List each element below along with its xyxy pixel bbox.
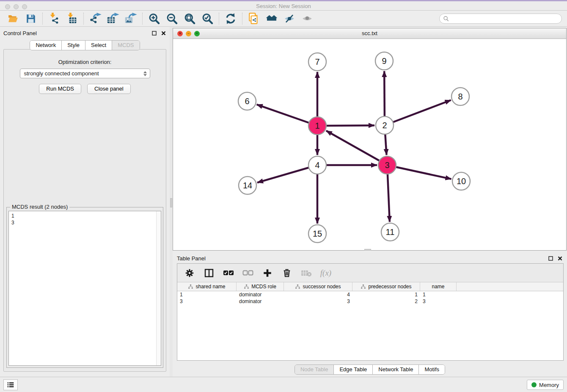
toolbar-separator <box>219 13 219 25</box>
import-table-icon[interactable] <box>66 12 78 25</box>
edge-3-1[interactable] <box>326 131 387 165</box>
graph-node-10[interactable]: 10 <box>452 172 470 190</box>
settings-gear-icon[interactable] <box>184 268 195 279</box>
copy-network-icon[interactable] <box>248 12 260 25</box>
clear-selection-icon[interactable] <box>242 268 253 279</box>
column-header-label: shared name <box>195 284 225 290</box>
zoom-fit-icon[interactable] <box>183 12 196 25</box>
select-all-icon[interactable] <box>223 268 234 279</box>
refresh-view-icon[interactable] <box>224 12 237 25</box>
table-tab-node-table[interactable]: Node Table <box>295 365 334 374</box>
run-mcds-button[interactable]: Run MCDS <box>39 84 81 94</box>
tab-select[interactable]: Select <box>85 41 112 50</box>
criterion-value: strongly connected component <box>24 70 99 77</box>
table-cell: dominator <box>237 291 284 298</box>
toolbar-separator <box>83 13 84 25</box>
graph-node-4[interactable]: 4 <box>308 156 326 174</box>
graph-node-1[interactable]: 1 <box>308 117 326 135</box>
status-bar: Memory <box>0 377 567 392</box>
app-titlebar: Session: New Session <box>0 0 567 11</box>
graph-node-8[interactable]: 8 <box>451 88 469 105</box>
splitter-handle[interactable] <box>170 198 172 207</box>
column-header-mcds-role[interactable]: MCDS role <box>237 282 284 291</box>
close-panel-icon[interactable] <box>160 30 166 36</box>
table-tab-edge-table[interactable]: Edge Table <box>334 365 373 374</box>
column-header-label: predecessor nodes <box>368 284 411 290</box>
task-history-button[interactable] <box>3 379 18 390</box>
tab-style[interactable]: Style <box>62 41 85 50</box>
hide-panels-icon[interactable] <box>283 12 296 25</box>
graph-node-7[interactable]: 7 <box>308 53 326 71</box>
import-network-icon[interactable] <box>48 12 61 25</box>
show-columns-icon[interactable] <box>204 268 215 279</box>
select-stepper-icon <box>142 70 148 77</box>
window-resize-handle[interactable] <box>364 249 371 251</box>
open-session-icon[interactable] <box>7 12 19 25</box>
edge-2-8[interactable] <box>385 100 451 126</box>
add-column-icon[interactable] <box>262 268 273 279</box>
export-table-icon[interactable] <box>107 12 119 25</box>
network-window-titlebar[interactable]: ✕ − + scc.txt <box>173 28 566 39</box>
graph-node-6[interactable]: 6 <box>238 92 256 110</box>
tab-mcds[interactable]: MCDS <box>112 41 139 50</box>
zoom-out-icon[interactable] <box>165 12 178 25</box>
delete-column-icon[interactable] <box>301 268 312 279</box>
search-input[interactable] <box>449 14 561 23</box>
export-network-icon[interactable] <box>89 12 102 25</box>
edge-1-6[interactable] <box>257 105 317 126</box>
search-box[interactable] <box>439 14 562 24</box>
table-cell: 4 <box>284 291 352 298</box>
show-panels-icon[interactable] <box>301 12 314 25</box>
zoom-selected-icon[interactable] <box>201 12 214 25</box>
edge-3-10[interactable] <box>387 165 451 179</box>
zoom-in-icon[interactable] <box>148 12 160 25</box>
memory-status-icon <box>531 382 537 387</box>
table-header-row: shared nameMCDS rolesuccessor nodesprede… <box>177 282 563 291</box>
export-image-icon[interactable] <box>124 12 137 25</box>
home-layout-icon[interactable] <box>265 12 278 25</box>
column-header-shared-name[interactable]: shared name <box>177 282 237 291</box>
result-scrollbar[interactable] <box>156 211 161 365</box>
table-tab-network-table[interactable]: Network Table <box>373 365 419 374</box>
table-cell: 1 <box>352 291 420 298</box>
column-header-name[interactable]: name <box>420 282 457 291</box>
tab-network[interactable]: Network <box>30 41 62 50</box>
memory-button[interactable]: Memory <box>527 380 564 390</box>
mcds-result-title: MCDS result (2 nodes) <box>10 204 69 210</box>
float-panel-icon[interactable] <box>151 30 157 36</box>
search-icon <box>443 16 449 22</box>
save-session-icon[interactable] <box>25 12 37 25</box>
mcds-result-area[interactable]: 1 3 <box>8 211 161 366</box>
column-header-label: successor nodes <box>303 284 341 290</box>
column-header-label: name <box>432 284 444 290</box>
graph-node-15[interactable]: 15 <box>308 225 326 243</box>
graph-node-11[interactable]: 11 <box>381 223 399 241</box>
column-header-predecessor-nodes[interactable]: predecessor nodes <box>352 282 420 291</box>
table-tab-motifs[interactable]: Motifs <box>419 365 445 374</box>
column-header-successor-nodes[interactable]: successor nodes <box>284 282 352 291</box>
close-panel-button[interactable]: Close panel <box>87 84 131 94</box>
criterion-select[interactable]: strongly connected component <box>20 69 150 78</box>
node-label: 10 <box>457 177 466 186</box>
node-label: 11 <box>386 227 395 237</box>
node-label: 4 <box>315 160 319 170</box>
table-row[interactable]: 1dominator411 <box>177 291 563 298</box>
table-cell: dominator <box>237 298 284 305</box>
close-table-panel-icon[interactable] <box>557 255 563 261</box>
column-tree-icon <box>295 284 300 290</box>
node-label: 6 <box>245 97 249 106</box>
graph-node-9[interactable]: 9 <box>375 52 393 70</box>
table-row[interactable]: 3dominator323 <box>177 298 563 305</box>
vertical-splitter[interactable] <box>170 27 173 377</box>
graph-node-3[interactable]: 3 <box>378 156 396 174</box>
network-graph[interactable]: 7968124314101511 <box>173 39 566 250</box>
table-tabs: Node TableEdge TableNetwork TableMotifs <box>295 364 445 375</box>
graph-node-14[interactable]: 14 <box>239 177 256 194</box>
delete-selected-icon[interactable] <box>281 268 292 279</box>
node-label: 9 <box>382 56 386 66</box>
apply-function-icon[interactable]: f(x) <box>320 268 331 279</box>
optimization-criterion-label: Optimization criterion: <box>4 59 166 65</box>
float-table-panel-icon[interactable] <box>548 255 553 261</box>
node-label: 3 <box>385 160 389 170</box>
graph-node-2[interactable]: 2 <box>376 116 394 134</box>
